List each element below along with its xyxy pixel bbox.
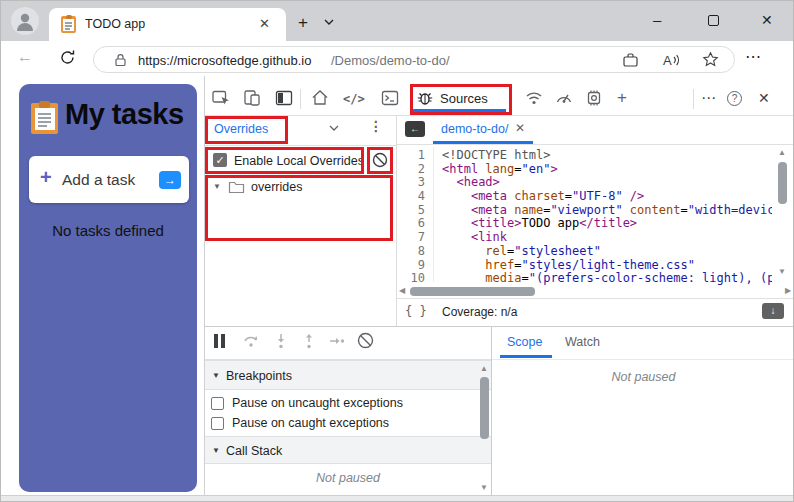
- scroll-left-icon[interactable]: ◀: [399, 287, 405, 295]
- sources-tab-label: Sources: [440, 91, 488, 106]
- scope-tabs-divider: [492, 359, 794, 360]
- dropdown-chevron-icon[interactable]: [328, 124, 340, 132]
- call-stack-header[interactable]: ▼ Call Stack: [205, 436, 491, 464]
- call-stack-title: Call Stack: [226, 444, 282, 458]
- clear-overrides-icon[interactable]: [371, 151, 389, 169]
- new-tab-icon[interactable]: +: [298, 13, 308, 33]
- url-path: /Demos/demo-to-do/: [331, 53, 450, 68]
- maximize-icon[interactable]: [708, 15, 719, 26]
- pause-uncaught-label: Pause on uncaught exceptions: [232, 396, 403, 410]
- code-lines[interactable]: <!DOCTYPE html><html lang="en"> <head> <…: [442, 149, 772, 286]
- tab-list-chevron-icon[interactable]: [323, 18, 335, 26]
- profile-avatar[interactable]: [11, 7, 39, 35]
- step-over-icon[interactable]: [242, 332, 260, 350]
- navigator-more-icon[interactable]: ⋮: [369, 118, 383, 134]
- pause-uncaught-checkbox[interactable]: [211, 397, 224, 410]
- debug-scroll-up-icon[interactable]: ▲: [480, 365, 488, 373]
- pause-caught-label: Pause on caught exceptions: [232, 416, 389, 430]
- enable-overrides-checkbox[interactable]: ✓: [213, 153, 227, 167]
- add-task-button[interactable]: + Add a task →: [29, 156, 189, 203]
- devtools-panel: [204, 76, 794, 496]
- svg-text:A: A: [663, 53, 672, 68]
- dock-side-icon[interactable]: [274, 88, 294, 108]
- coverage-status: Coverage: n/a: [442, 305, 517, 319]
- navigator-dropdown[interactable]: Overrides: [214, 122, 268, 136]
- overrides-folder-row[interactable]: ▼ overrides: [205, 177, 391, 197]
- sources-tab-underline: [413, 109, 506, 112]
- window-close-icon[interactable]: ✕: [761, 12, 773, 28]
- tab-close-icon[interactable]: ✕: [259, 16, 270, 31]
- device-emulation-icon[interactable]: [242, 88, 262, 108]
- browser-tab[interactable]: TODO app ✕: [49, 8, 286, 41]
- browser-menu-icon[interactable]: ⋯: [745, 47, 762, 66]
- file-tab-label[interactable]: demo-to-do/: [441, 122, 508, 136]
- file-tab-close-icon[interactable]: ✕: [515, 121, 525, 135]
- page-title: My tasks: [65, 98, 184, 131]
- step-into-icon[interactable]: [272, 332, 290, 350]
- todo-app-favicon: [61, 15, 76, 33]
- clipboard-icon: [31, 101, 58, 134]
- coverage-download-icon[interactable]: ↓: [762, 303, 784, 319]
- gutter-divider: [433, 147, 434, 282]
- more-tabs-icon[interactable]: +: [617, 88, 627, 108]
- deactivate-breakpoints-icon[interactable]: [356, 331, 375, 350]
- favorites-star-icon[interactable]: [702, 51, 719, 68]
- back-icon[interactable]: ←: [17, 48, 33, 66]
- overrides-folder-label: overrides: [251, 180, 302, 194]
- vertical-scrollbar-thumb[interactable]: [778, 162, 787, 204]
- enable-overrides-label: Enable Local Overrides: [234, 154, 364, 168]
- line-numbers[interactable]: 12345678910: [397, 149, 425, 286]
- window-bottom-edge: [1, 495, 794, 502]
- performance-icon[interactable]: [554, 88, 574, 108]
- scope-status: Not paused: [492, 370, 794, 384]
- pause-caught-checkbox[interactable]: [211, 417, 224, 430]
- scope-tab[interactable]: Scope: [507, 335, 542, 349]
- scroll-up-icon[interactable]: ▲: [778, 149, 786, 157]
- hide-navigator-icon[interactable]: ←: [405, 121, 425, 137]
- step-icon[interactable]: [328, 332, 346, 350]
- folder-icon: [228, 180, 245, 194]
- watch-tab[interactable]: Watch: [565, 335, 600, 349]
- help-icon[interactable]: ?: [727, 91, 742, 106]
- network-conditions-icon[interactable]: [524, 88, 544, 108]
- pause-button[interactable]: [214, 334, 226, 348]
- scroll-down-icon[interactable]: ▼: [778, 268, 786, 276]
- pretty-print-icon[interactable]: { }: [405, 304, 427, 318]
- address-field[interactable]: https://microsoftedge.github.io /Demos/d…: [93, 46, 735, 73]
- read-aloud-icon[interactable]: A: [662, 52, 681, 68]
- todo-app-card: My tasks + Add a task → No tasks defined: [19, 84, 197, 492]
- sources-tab[interactable]: Sources: [413, 87, 508, 111]
- debugger-panes-divider[interactable]: [491, 327, 492, 495]
- url-host: https://microsoftedge.github.io: [138, 53, 311, 68]
- debug-scroll-down-icon[interactable]: ▼: [480, 484, 488, 492]
- person-icon: [11, 7, 39, 35]
- horizontal-scrollbar-thumb[interactable]: [410, 287, 535, 296]
- refresh-icon[interactable]: [59, 49, 76, 66]
- step-out-icon[interactable]: [300, 332, 318, 350]
- editor-tab-divider: [397, 144, 794, 145]
- debug-scrollbar-thumb[interactable]: [480, 377, 489, 439]
- scope-tab-underline: [500, 355, 552, 358]
- add-task-label: Add a task: [62, 171, 135, 189]
- elements-tab-icon[interactable]: </>: [343, 92, 365, 106]
- devtools-menu-icon[interactable]: ⋯: [701, 89, 717, 107]
- console-tab-icon[interactable]: [380, 88, 400, 108]
- minimize-icon[interactable]: –: [653, 11, 661, 28]
- navigator-divider: [205, 145, 396, 146]
- devtools-close-icon[interactable]: ✕: [758, 90, 770, 106]
- submit-arrow-button[interactable]: →: [159, 171, 181, 189]
- empty-state-text: No tasks defined: [19, 222, 197, 239]
- welcome-home-icon[interactable]: [310, 88, 330, 108]
- breakpoints-title: Breakpoints: [226, 369, 292, 383]
- breakpoints-header[interactable]: ▼ Breakpoints: [205, 360, 491, 390]
- tab-title: TODO app: [85, 17, 145, 31]
- lock-icon: [114, 53, 127, 67]
- toolbar-separator: [300, 89, 301, 109]
- scroll-right-icon[interactable]: ▶: [785, 287, 791, 295]
- debugger-split-divider[interactable]: [205, 326, 794, 327]
- memory-chip-icon[interactable]: [584, 88, 604, 108]
- toolbar-divider: [205, 115, 794, 116]
- bug-icon: [416, 89, 434, 107]
- inspect-icon[interactable]: [211, 88, 231, 108]
- app-available-icon[interactable]: [622, 52, 639, 68]
